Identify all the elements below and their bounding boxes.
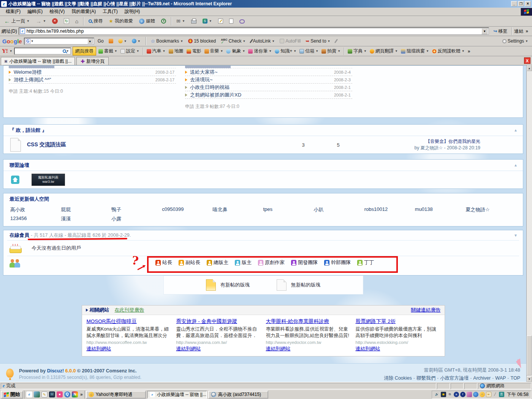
- desktop-quicklaunch-icon[interactable]: [34, 391, 40, 397]
- menu-favorites[interactable]: 我的最愛(A): [68, 8, 99, 16]
- quicklaunch-overflow-chevron[interactable]: »: [80, 392, 83, 397]
- pen-tray-icon[interactable]: ╱: [492, 392, 498, 397]
- mail-tray-icon[interactable]: ✉: [486, 392, 491, 397]
- box-app-tray-icon[interactable]: [467, 392, 472, 397]
- topic-row[interactable]: 之前網站被抓的圖片XD2008-2-1: [185, 91, 352, 99]
- caret-icon[interactable]: ▼: [269, 49, 272, 53]
- topic-row[interactable]: 小政生日時的祝福2008-2-1: [185, 84, 352, 91]
- task-messenger-chat[interactable]: 💬高小政 (asd7374415): [208, 391, 268, 399]
- home-button[interactable]: ⌂: [73, 17, 81, 25]
- messenger-button[interactable]: S▼: [200, 17, 215, 25]
- caret-icon[interactable]: ▼: [293, 49, 296, 53]
- favorites-button[interactable]: ★我的最愛: [106, 17, 136, 25]
- discuz-link[interactable]: Discuz!: [47, 368, 64, 374]
- space-link[interactable]: 小露: [111, 215, 162, 223]
- settings-caret-icon[interactable]: ▼: [525, 40, 528, 43]
- war3-banner-link[interactable]: 魔獸私服列表war3.tw: [32, 174, 65, 186]
- close-button[interactable]: ×: [525, 1, 531, 6]
- space-link[interactable]: 漢漢: [61, 215, 111, 223]
- yahoo-music-button[interactable]: 音樂▼: [204, 48, 224, 55]
- caret-icon[interactable]: ▼: [426, 49, 429, 53]
- yahoo-logo-caret-icon[interactable]: ▼: [10, 49, 13, 53]
- yahoo-web-search-button[interactable]: 網頁搜尋: [73, 47, 96, 55]
- forum-link[interactable]: CSS 交流語法區: [27, 141, 286, 148]
- messenger-smiley-tray-icon[interactable]: ☺: [480, 392, 485, 397]
- ad-visit-link[interactable]: 連結到網站: [266, 346, 291, 352]
- contact-link[interactable]: 聯繫我們: [416, 375, 435, 381]
- space-link[interactable]: mu0138: [415, 206, 466, 214]
- yahoo-mail-button[interactable]: 信箱▼: [299, 48, 319, 55]
- menu-view[interactable]: 檢視(V): [46, 8, 68, 16]
- google-popup-blocked-button[interactable]: ✋15 blocked: [187, 38, 217, 44]
- f-app-tray-icon[interactable]: f: [460, 392, 466, 397]
- ime-tray-icon[interactable]: 言: [499, 392, 504, 397]
- archiver-link[interactable]: Archiver: [473, 375, 491, 381]
- last-post-link[interactable]: 【音樂盒】你們是我的星光: [426, 139, 480, 144]
- discuss-button[interactable]: [237, 17, 247, 25]
- keyword-ads-link[interactable]: 關鍵連結廣告: [411, 307, 441, 314]
- yahoo-maps-button[interactable]: 地圖: [168, 48, 184, 55]
- n-app-quicklaunch-icon[interactable]: N: [72, 391, 78, 397]
- google-spellcheck-button[interactable]: ABC✓Check▼: [219, 38, 247, 45]
- print-button[interactable]: [188, 17, 199, 25]
- yahoo-translate-button[interactable]: 網頁翻譯▼: [369, 48, 399, 55]
- outlook-quicklaunch-icon[interactable]: ✎: [41, 391, 48, 397]
- google-comment-button[interactable]: ▼: [130, 38, 142, 44]
- comment-caret-icon[interactable]: ▼: [138, 40, 141, 43]
- bookmarks-caret-icon[interactable]: ▼: [180, 40, 183, 43]
- quicktime-quicklaunch-icon[interactable]: Q: [64, 391, 70, 397]
- google-bookmarks-button[interactable]: ☆Bookmarks▼: [149, 38, 185, 45]
- caret-icon[interactable]: ▼: [136, 49, 139, 53]
- caret-icon[interactable]: ▼: [462, 49, 465, 53]
- yahoo-minipen-button[interactable]: 迷你筆▼: [247, 48, 272, 55]
- google-autolink-button[interactable]: AutoLink▼: [249, 38, 277, 44]
- google-news-button[interactable]: [107, 38, 115, 44]
- collapse-chevron-icon[interactable]: ▲: [514, 163, 518, 167]
- legend-item[interactable]: 開發團隊: [291, 259, 318, 266]
- forward-dropdown-caret-icon[interactable]: ▼: [43, 19, 46, 23]
- a-app-tray-icon[interactable]: a: [454, 392, 459, 397]
- space-link[interactable]: 高小政: [10, 206, 61, 214]
- topic-row[interactable]: 去清境玩~2008-2-3: [185, 76, 352, 84]
- back-dropdown-caret-icon[interactable]: ▼: [27, 19, 30, 23]
- pagerank-caret-icon[interactable]: ▼: [124, 40, 127, 43]
- forward-button[interactable]: →▼: [33, 17, 49, 25]
- caret-icon[interactable]: ▼: [364, 49, 367, 53]
- caret-icon[interactable]: ▼: [315, 49, 318, 53]
- legend-item[interactable]: 站長: [155, 259, 172, 266]
- yahoo-knowledge-button[interactable]: 知識+▼: [274, 48, 297, 55]
- volume-tray-icon[interactable]: 🔊: [434, 392, 440, 397]
- space-link[interactable]: 屁屁: [61, 206, 111, 214]
- yahoo-settings-button[interactable]: 設定▼: [120, 48, 140, 55]
- topic-row[interactable]: 送給大家搭~2008-2-4: [185, 68, 352, 76]
- menu-file[interactable]: 檔案(F): [2, 8, 24, 16]
- topic-row[interactable]: 游標上傳測試 ^^"2008-2-17: [9, 76, 176, 84]
- legend-item[interactable]: 版主: [235, 259, 252, 266]
- document-button[interactable]: [226, 17, 236, 25]
- menu-edit[interactable]: 編輯(E): [24, 8, 46, 16]
- go-button[interactable]: ↪移至: [491, 27, 510, 35]
- collapse-chevron-icon[interactable]: ▲: [514, 128, 518, 132]
- caret-icon[interactable]: ▼: [395, 49, 398, 53]
- scroll-down-button[interactable]: ▼: [527, 376, 532, 382]
- alliance-section-header[interactable]: 聯盟論壇▲: [3, 160, 523, 171]
- collapse-chevron-icon[interactable]: ▼: [514, 233, 518, 238]
- space-link[interactable]: c0950399: [162, 206, 212, 214]
- legend-item[interactable]: 副站長: [179, 259, 200, 266]
- bubble-app-tray-icon[interactable]: [473, 392, 478, 397]
- new-tab-button[interactable]: ✚新增分頁: [76, 57, 109, 65]
- back-button[interactable]: ←上一頁▼: [2, 17, 32, 25]
- space-link[interactable]: robs10012: [364, 206, 415, 214]
- yahoo-antispyware-button[interactable]: 反間諜軟體▼: [431, 48, 466, 55]
- space-link[interactable]: tpes: [263, 206, 314, 214]
- post-ad-link[interactable]: 在此刊登廣告: [115, 307, 144, 314]
- space-link[interactable]: 喵北鼻: [212, 206, 263, 214]
- sendto-caret-icon[interactable]: ▼: [328, 40, 331, 43]
- yahoo-overflow-chevron[interactable]: »: [468, 49, 470, 54]
- maxthon-quicklaunch-icon[interactable]: M: [49, 391, 55, 397]
- wap-link[interactable]: WAP: [495, 375, 506, 381]
- mail-button[interactable]: ✉▼: [174, 17, 188, 25]
- space-link[interactable]: 小趴: [314, 206, 364, 214]
- task-forum-window[interactable]: e小政娛樂論壇 -- 寵物 ||...: [147, 391, 207, 399]
- edit-button[interactable]: [215, 17, 226, 25]
